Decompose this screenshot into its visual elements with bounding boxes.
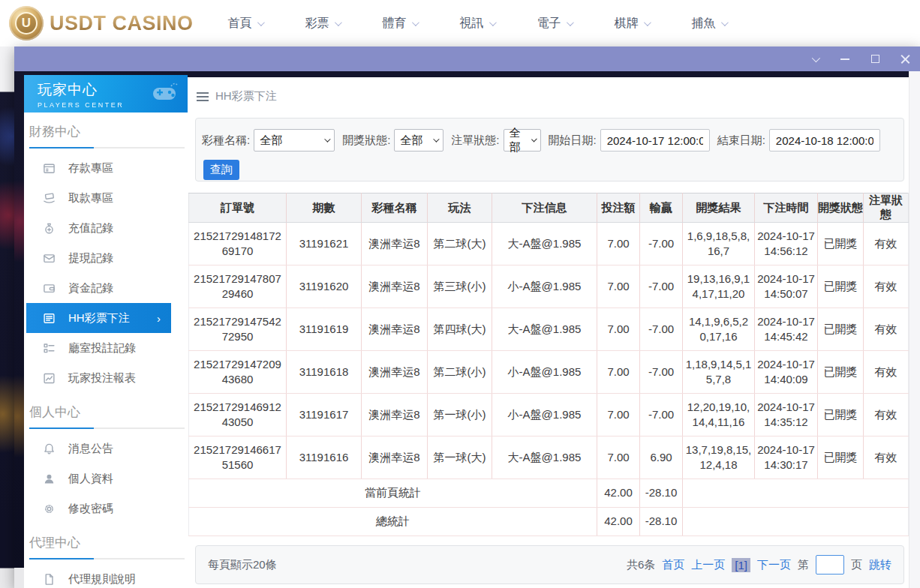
table-cell: 2152172914691243050 xyxy=(189,394,287,436)
end-date-input[interactable] xyxy=(769,129,880,152)
sidebar-item-lottery-bet[interactable]: HH彩票下注 › xyxy=(26,303,171,333)
search-button[interactable]: 查詢 xyxy=(203,160,239,180)
section-divider xyxy=(29,558,185,560)
page-jump-input[interactable] xyxy=(816,555,844,574)
chevron-down-icon xyxy=(489,19,496,26)
nav-item-label: 電子 xyxy=(537,16,561,32)
column-header: 投注額 xyxy=(597,194,640,223)
sidebar-item-password[interactable]: 修改密碼 › xyxy=(24,494,188,524)
sidebar-item-label: 充值記錄 xyxy=(68,221,113,236)
column-header: 彩種名稱 xyxy=(362,194,428,223)
table-row: 215217291475427295031191619澳洲幸运8第四球(大)大-… xyxy=(189,308,909,351)
nav-item[interactable]: 棋牌 xyxy=(615,16,649,32)
table-cell: 1,18,9,14,5,15,7,8 xyxy=(683,351,755,394)
player-report-icon xyxy=(43,372,56,385)
table-row: 215217291478072946031191620澳洲幸运8第三球(小)小-… xyxy=(189,266,909,308)
table-cell: 31191620 xyxy=(287,266,362,308)
sidebar-item-profile[interactable]: 個人資料 › xyxy=(24,464,188,494)
brand-logo[interactable]: U USDT CASINO xyxy=(9,6,194,40)
scrollbar[interactable] xyxy=(909,71,920,588)
sidebar-item-withdrawal-record[interactable]: 提現記錄 › xyxy=(24,243,188,273)
table-cell: 12,20,19,10,14,4,11,16 xyxy=(683,394,755,436)
sidebar-item-deposit[interactable]: 存款專區 › xyxy=(24,153,188,183)
chevron-down-icon xyxy=(566,19,573,26)
nav-item-label: 視訊 xyxy=(460,16,484,32)
order-status-select[interactable]: 全部 xyxy=(504,129,541,152)
table-cell: 7.00 xyxy=(597,308,640,351)
first-page-link[interactable]: 首页 xyxy=(662,558,684,572)
sidebar-item-player-report[interactable]: 玩家投注報表 › xyxy=(24,363,188,393)
current-page-indicator[interactable]: [1] xyxy=(732,558,750,572)
nav-item[interactable]: 電子 xyxy=(537,16,572,32)
table-cell: 有效 xyxy=(864,308,909,351)
draw-status-value: 全部 xyxy=(400,134,422,148)
nav-item[interactable]: 捕魚 xyxy=(692,16,726,32)
table-cell: 19,13,16,9,14,17,11,20 xyxy=(683,266,755,308)
table-cell: 大-A盤@1.985 xyxy=(492,308,597,351)
sidebar-item-recharge-record[interactable]: 充值記錄 › xyxy=(24,213,188,243)
table-cell: 有效 xyxy=(864,394,909,436)
brand-name: USDT CASINO xyxy=(50,12,194,35)
table-cell: 大-A盤@1.985 xyxy=(492,223,597,266)
table-cell: 2024-10-17 14:45:42 xyxy=(755,308,818,351)
lottery-name-select[interactable]: 全部 xyxy=(254,129,335,152)
filter-panel: 彩種名稱: 全部 開獎狀態: 全部 注單狀態: 全部 開始 xyxy=(195,118,904,182)
table-cell: -7.00 xyxy=(640,223,683,266)
prev-page-link[interactable]: 上一页 xyxy=(691,558,725,572)
start-date-input[interactable] xyxy=(600,129,710,152)
sidebar-section-label: 財務中心 xyxy=(29,123,188,140)
password-icon xyxy=(43,502,56,515)
nav-item[interactable]: 彩票 xyxy=(305,16,340,32)
table-row: 215217291469124305031191617澳洲幸运8第一球(小)小-… xyxy=(189,394,909,436)
profile-icon xyxy=(43,472,56,485)
window-minimize-button[interactable] xyxy=(839,53,851,65)
menu-icon[interactable] xyxy=(197,92,209,101)
table-cell: 31191621 xyxy=(287,223,362,266)
coin-logo-icon: U xyxy=(9,6,44,40)
nav-item[interactable]: 體育 xyxy=(383,16,417,32)
nav-item-label: 捕魚 xyxy=(692,16,716,32)
window-close-button[interactable] xyxy=(899,53,911,65)
chevron-down-icon xyxy=(812,53,820,62)
page-summary-bet: 42.00 xyxy=(597,479,640,508)
jump-link[interactable]: 跳转 xyxy=(869,558,891,572)
window-collapse-button[interactable] xyxy=(809,53,821,65)
next-page-link[interactable]: 下一页 xyxy=(757,558,791,572)
sidebar: 玩家中心 PLAYERS CENTER 財務中心 存款專區 xyxy=(24,75,188,588)
nav-item[interactable]: 視訊 xyxy=(460,16,495,32)
table-cell: 31191617 xyxy=(287,394,362,436)
order-status-value: 全部 xyxy=(510,126,527,154)
total-summary-label: 總統計 xyxy=(189,508,597,536)
table-cell: 13,7,19,8,15,12,4,18 xyxy=(683,436,755,479)
sidebar-section: 代理中心 代理規則說明 › xyxy=(24,534,188,588)
table-cell: 7.00 xyxy=(597,223,640,266)
end-date-label: 結束日期: xyxy=(717,134,765,148)
column-header: 開獎結果 xyxy=(683,194,755,223)
order-status-label: 注單狀態: xyxy=(451,134,499,148)
column-header: 下注時間 xyxy=(755,194,818,223)
sidebar-item-agent-rules[interactable]: 代理規則說明 › xyxy=(24,564,188,588)
table-cell: 2152172914754272950 xyxy=(189,308,287,351)
nav-item[interactable]: 首頁 xyxy=(228,16,263,32)
chevron-down-icon xyxy=(334,19,341,26)
table-cell: 已開獎 xyxy=(818,351,864,394)
page-prefix-text: 第 xyxy=(798,558,809,572)
top-nav: 首頁 彩票 體育 視訊 電子 棋牌 捕魚 xyxy=(228,16,726,32)
sidebar-item-label: 消息公告 xyxy=(68,442,113,456)
draw-status-select[interactable]: 全部 xyxy=(394,129,443,152)
sidebar-item-announcement[interactable]: 消息公告 › xyxy=(24,434,188,464)
table-cell: 小-A盤@1.985 xyxy=(492,266,597,308)
breadcrumb: HH彩票下注 xyxy=(188,77,909,104)
column-header: 輸贏 xyxy=(640,194,683,223)
lottery-bet-icon xyxy=(43,312,56,325)
table-cell: 有效 xyxy=(864,223,909,266)
nav-item-label: 首頁 xyxy=(228,16,252,32)
table-cell: -7.00 xyxy=(640,394,683,436)
page-title: HH彩票下注 xyxy=(215,89,277,104)
sidebar-item-funds-record[interactable]: 資金記錄 › xyxy=(24,273,188,303)
table-cell: 2024-10-17 14:40:09 xyxy=(755,351,818,394)
sidebar-item-hall-bet-record[interactable]: 廳室投註記錄 › xyxy=(24,333,188,363)
window-maximize-button[interactable] xyxy=(869,53,881,65)
table-cell: 第四球(大) xyxy=(428,308,492,351)
sidebar-item-withdraw[interactable]: 取款專區 › xyxy=(24,183,188,213)
